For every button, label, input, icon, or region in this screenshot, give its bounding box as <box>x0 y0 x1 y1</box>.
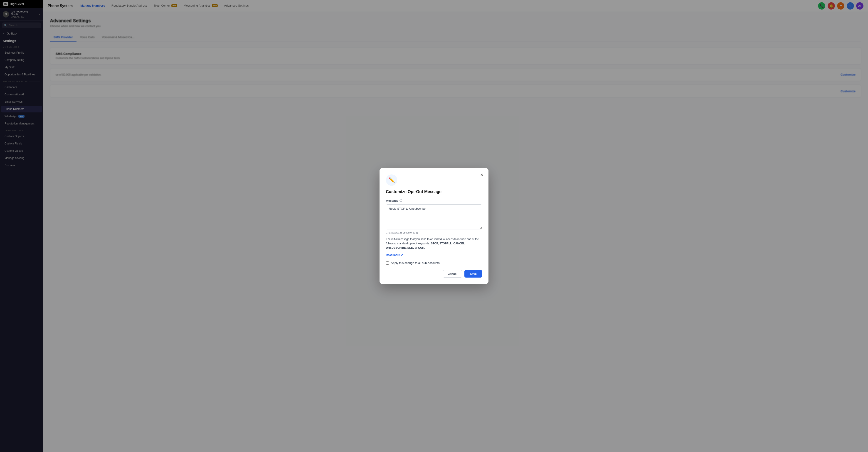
modal-close-button[interactable]: ✕ <box>478 172 485 178</box>
char-count: Characters: 25 (Segments 1) <box>386 231 482 234</box>
opt-out-message-textarea[interactable]: Reply STOP to Unsubscribe <box>386 204 482 230</box>
modal-overlay[interactable]: ✕ ✏️ Customize Opt-Out Message Message ⓘ… <box>43 0 868 452</box>
cancel-button[interactable]: Cancel <box>443 270 462 277</box>
modal-title: Customize Opt-Out Message <box>386 189 482 194</box>
save-button[interactable]: Save <box>464 270 482 277</box>
customize-opt-out-modal: ✕ ✏️ Customize Opt-Out Message Message ⓘ… <box>379 168 489 284</box>
apply-all-accounts-checkbox[interactable] <box>386 262 389 265</box>
edit-icon: ✏️ <box>389 177 395 183</box>
apply-all-accounts-row: Apply this change to all sub-accounts. <box>386 261 482 265</box>
external-link-icon: ↗ <box>401 253 403 257</box>
apply-all-accounts-label[interactable]: Apply this change to all sub-accounts. <box>391 261 440 265</box>
modal-actions: Cancel Save <box>386 270 482 277</box>
modal-info-text: The initial message that you send to an … <box>386 237 482 250</box>
read-more-link[interactable]: Read more ↗ <box>386 253 403 257</box>
main-content: Phone System Manage Numbers Regulatory B… <box>43 0 868 452</box>
modal-message-label: Message ⓘ <box>386 199 482 203</box>
info-icon: ⓘ <box>400 199 402 203</box>
